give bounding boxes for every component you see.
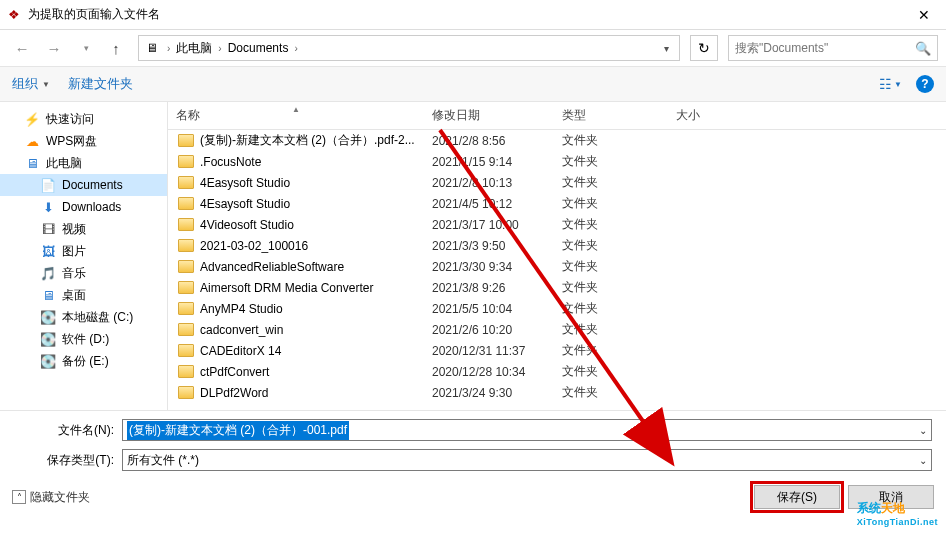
file-date: 2021/3/30 9:34: [424, 260, 554, 274]
sidebar-item[interactable]: 💽软件 (D:): [0, 328, 167, 350]
file-row[interactable]: 2021-03-02_1000162021/3/3 9:50文件夹: [168, 235, 946, 256]
file-name: AnyMP4 Studio: [200, 302, 283, 316]
sort-asc-icon: ▲: [292, 105, 300, 114]
sidebar-item[interactable]: ⬇Downloads: [0, 196, 167, 218]
file-row[interactable]: AnyMP4 Studio2021/5/5 10:04文件夹: [168, 298, 946, 319]
sidebar-item[interactable]: 🖼图片: [0, 240, 167, 262]
sidebar-label: 桌面: [62, 287, 86, 304]
file-row[interactable]: CADEditorX 142020/12/31 11:37文件夹: [168, 340, 946, 361]
file-row[interactable]: 4Easysoft Studio2021/2/8 10:13文件夹: [168, 172, 946, 193]
sidebar-item[interactable]: ⚡快速访问: [0, 108, 167, 130]
file-type: 文件夹: [554, 195, 668, 212]
sidebar-icon: 💽: [40, 353, 56, 369]
sidebar-icon: 🎞: [40, 221, 56, 237]
folder-icon: [178, 155, 194, 168]
file-date: 2021/4/5 10:12: [424, 197, 554, 211]
filename-input[interactable]: (复制)-新建文本文档 (2)（合并）-001.pdf ⌄: [122, 419, 932, 441]
save-button[interactable]: 保存(S): [754, 485, 840, 509]
file-name: ctPdfConvert: [200, 365, 269, 379]
folder-icon: [178, 344, 194, 357]
sidebar-item[interactable]: 💽备份 (E:): [0, 350, 167, 372]
sidebar-label: Documents: [62, 178, 123, 192]
organize-button[interactable]: 组织: [12, 75, 38, 93]
file-date: 2020/12/31 11:37: [424, 344, 554, 358]
close-button[interactable]: ✕: [902, 0, 946, 30]
file-name: cadconvert_win: [200, 323, 283, 337]
sidebar-label: 软件 (D:): [62, 331, 109, 348]
address-dropdown-icon[interactable]: ▾: [658, 43, 675, 54]
help-icon[interactable]: ?: [916, 75, 934, 93]
file-name: .FocusNote: [200, 155, 261, 169]
sidebar-item[interactable]: 🖥此电脑: [0, 152, 167, 174]
file-date: 2021/3/17 10:00: [424, 218, 554, 232]
folder-icon: [178, 197, 194, 210]
file-date: 2021/2/8 10:13: [424, 176, 554, 190]
file-type: 文件夹: [554, 363, 668, 380]
search-input[interactable]: 搜索"Documents" 🔍: [728, 35, 938, 61]
file-type: 文件夹: [554, 342, 668, 359]
pc-icon: 🖥: [143, 39, 161, 57]
refresh-button[interactable]: ↻: [690, 35, 718, 61]
chevron-down-icon[interactable]: ▼: [42, 80, 50, 89]
filetype-value: 所有文件 (*.*): [127, 452, 199, 469]
hide-folders-label: 隐藏文件夹: [30, 489, 90, 506]
column-header-name[interactable]: ▲名称: [168, 107, 424, 124]
file-date: 2021/5/5 10:04: [424, 302, 554, 316]
file-row[interactable]: Aimersoft DRM Media Converter2021/3/8 9:…: [168, 277, 946, 298]
view-mode-button[interactable]: ☷ ▼: [879, 76, 902, 92]
file-row[interactable]: ctPdfConvert2020/12/28 10:34文件夹: [168, 361, 946, 382]
sidebar-item[interactable]: 💽本地磁盘 (C:): [0, 306, 167, 328]
file-type: 文件夹: [554, 384, 668, 401]
sidebar-item[interactable]: 🎞视频: [0, 218, 167, 240]
file-row[interactable]: AdvancedReliableSoftware2021/3/30 9:34文件…: [168, 256, 946, 277]
chevron-down-icon[interactable]: ⌄: [919, 425, 927, 436]
file-row[interactable]: DLPdf2Word2021/3/24 9:30文件夹: [168, 382, 946, 403]
sidebar-icon: 🎵: [40, 265, 56, 281]
file-row[interactable]: 4Videosoft Studio2021/3/17 10:00文件夹: [168, 214, 946, 235]
file-name: 2021-03-02_100016: [200, 239, 308, 253]
column-header-type[interactable]: 类型: [554, 107, 668, 124]
filetype-select[interactable]: 所有文件 (*.*) ⌄: [122, 449, 932, 471]
file-row[interactable]: (复制)-新建文本文档 (2)（合并）.pdf-2...2021/2/8 8:5…: [168, 130, 946, 151]
nav-back-button[interactable]: ←: [8, 34, 36, 62]
column-header-date[interactable]: 修改日期: [424, 107, 554, 124]
chevron-down-icon[interactable]: ⌄: [919, 455, 927, 466]
breadcrumb-root[interactable]: 此电脑: [172, 40, 216, 57]
file-type: 文件夹: [554, 174, 668, 191]
file-name: (复制)-新建文本文档 (2)（合并）.pdf-2...: [200, 132, 415, 149]
sidebar-item[interactable]: 📄Documents: [0, 174, 167, 196]
sidebar-icon: 🖥: [24, 155, 40, 171]
sidebar-icon: ⚡: [24, 111, 40, 127]
sidebar-label: 快速访问: [46, 111, 94, 128]
nav-up-button[interactable]: ↑: [104, 34, 128, 62]
breadcrumb-folder[interactable]: Documents: [224, 41, 293, 55]
file-row[interactable]: .FocusNote2021/1/15 9:14文件夹: [168, 151, 946, 172]
hide-folders-toggle[interactable]: ˄ 隐藏文件夹: [12, 489, 90, 506]
filename-label: 文件名(N):: [12, 422, 122, 439]
folder-icon: [178, 281, 194, 294]
file-name: 4Videosoft Studio: [200, 218, 294, 232]
sidebar-icon: ⬇: [40, 199, 56, 215]
file-type: 文件夹: [554, 216, 668, 233]
sidebar-icon: 🖼: [40, 243, 56, 259]
sidebar-item[interactable]: 🖥桌面: [0, 284, 167, 306]
file-type: 文件夹: [554, 300, 668, 317]
address-bar[interactable]: 🖥 › 此电脑 › Documents › ▾: [138, 35, 680, 61]
file-date: 2021/3/8 9:26: [424, 281, 554, 295]
file-type: 文件夹: [554, 258, 668, 275]
sidebar-item[interactable]: ☁WPS网盘: [0, 130, 167, 152]
folder-icon: [178, 365, 194, 378]
folder-icon: [178, 134, 194, 147]
file-row[interactable]: 4Esaysoft Studio2021/4/5 10:12文件夹: [168, 193, 946, 214]
file-row[interactable]: cadconvert_win2021/2/6 10:20文件夹: [168, 319, 946, 340]
file-name: DLPdf2Word: [200, 386, 268, 400]
nav-recent-dropdown[interactable]: ▾: [72, 34, 100, 62]
folder-icon: [178, 260, 194, 273]
file-type: 文件夹: [554, 321, 668, 338]
file-name: 4Esaysoft Studio: [200, 197, 290, 211]
sidebar-item[interactable]: 🎵音乐: [0, 262, 167, 284]
column-header-size[interactable]: 大小: [668, 107, 946, 124]
file-type: 文件夹: [554, 132, 668, 149]
folder-icon: [178, 239, 194, 252]
new-folder-button[interactable]: 新建文件夹: [68, 75, 133, 93]
